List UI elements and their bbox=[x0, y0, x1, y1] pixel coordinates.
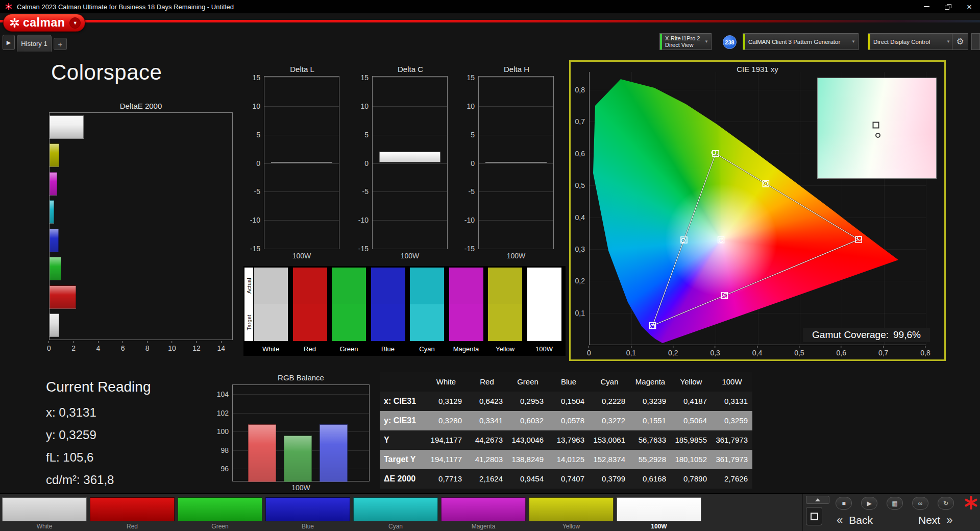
cie-xtick: 0,5 bbox=[794, 346, 804, 357]
deltae-xtick: 6 bbox=[121, 341, 125, 352]
actual-swatch bbox=[410, 268, 444, 304]
current-reading-values: x: 0,3131y: 0,3259fL: 105,6cd/m²: 361,8 bbox=[46, 401, 151, 491]
display-control-name: Direct Display Control bbox=[868, 39, 930, 45]
minimize-icon bbox=[924, 6, 929, 7]
rgb-balance-title: RGB Balance bbox=[232, 373, 370, 382]
pattern-window-button[interactable] bbox=[806, 507, 822, 525]
meter-mode: Direct View bbox=[665, 42, 700, 49]
target-swatch bbox=[371, 304, 405, 341]
table-header-blue: Blue bbox=[548, 372, 589, 392]
deltae-bar-magenta bbox=[50, 172, 57, 196]
cie-ytick: 0,4 bbox=[575, 213, 585, 222]
rgb-bar-red bbox=[248, 424, 276, 482]
calman-logo-icon bbox=[10, 18, 19, 28]
table-cell: 185,9855 bbox=[671, 430, 712, 450]
calman-star-button[interactable] bbox=[963, 495, 979, 510]
table-cell: 56,7633 bbox=[630, 430, 671, 450]
add-tab-button[interactable]: + bbox=[54, 38, 67, 50]
swatch-column-magenta: Magenta bbox=[449, 268, 483, 354]
pattern-button-red[interactable]: Red bbox=[90, 497, 175, 529]
target-swatch bbox=[527, 304, 561, 341]
pattern-swatch bbox=[441, 497, 526, 521]
stop-icon: ■ bbox=[842, 500, 845, 507]
delta-l-chart: Delta L 151050-5-10-15 100W bbox=[264, 65, 340, 74]
up-arrow-icon bbox=[815, 498, 820, 501]
delta-value-bar bbox=[379, 152, 440, 163]
actual-swatch bbox=[488, 268, 522, 304]
cie-ytick: 0,6 bbox=[575, 150, 585, 158]
deltae-xtick: 2 bbox=[71, 341, 76, 352]
cie-xtick: 0,7 bbox=[878, 346, 888, 357]
restore-button[interactable] bbox=[937, 0, 959, 13]
cie-ytick: 0,7 bbox=[575, 117, 585, 126]
table-header-yellow: Yellow bbox=[671, 372, 712, 392]
save-button[interactable]: ▦ bbox=[887, 497, 903, 510]
toolbar-edge-button[interactable] bbox=[971, 33, 980, 50]
settings-gear-button[interactable]: ⚙ bbox=[952, 33, 968, 50]
refresh-button[interactable]: ↻ bbox=[938, 497, 954, 510]
pattern-label: 100W bbox=[617, 523, 701, 530]
pattern-button-yellow[interactable]: Yellow bbox=[529, 497, 614, 529]
link-button[interactable]: ∞ bbox=[912, 497, 928, 510]
expand-up-button[interactable] bbox=[806, 496, 829, 504]
delta-c-title: Delta C bbox=[372, 65, 449, 74]
target-swatch bbox=[410, 304, 444, 341]
tab-history-1[interactable]: History 1 bbox=[17, 35, 52, 52]
deltae-row-red bbox=[50, 283, 232, 311]
close-button[interactable]: × bbox=[959, 0, 980, 13]
history-play-button[interactable]: ▶ bbox=[3, 35, 15, 50]
table-header-green: Green bbox=[507, 372, 548, 392]
deltae-row-blue bbox=[50, 226, 232, 255]
pattern-button-magenta[interactable]: Magenta bbox=[441, 497, 526, 529]
actual-target-swatch-strip: ActualTargetWhiteRedGreenBlueCyanMagenta… bbox=[243, 266, 566, 356]
table-cell: 361,7973 bbox=[712, 450, 752, 469]
cie-xtick: 0,6 bbox=[837, 346, 846, 357]
play-icon: ▶ bbox=[867, 500, 871, 507]
meter-dropdown[interactable]: X-Rite i1Pro 2 Direct View ▼ bbox=[659, 33, 712, 50]
table-cell: 152,8374 bbox=[589, 450, 630, 469]
calman-star-icon bbox=[964, 496, 978, 510]
pattern-generator-dropdown[interactable]: CalMAN Client 3 Pattern Generator ▼ bbox=[743, 33, 859, 50]
target-swatch bbox=[488, 304, 522, 341]
table-cell: 0,1551 bbox=[630, 411, 671, 430]
pattern-button-white[interactable]: White bbox=[2, 497, 87, 529]
table-header-white: White bbox=[426, 372, 467, 392]
pattern-label: Magenta bbox=[441, 523, 526, 530]
window-icon bbox=[811, 513, 818, 520]
table-cell: 0,6168 bbox=[630, 469, 671, 489]
pattern-accent bbox=[743, 34, 745, 50]
cie-ytick: 0,5 bbox=[575, 181, 585, 189]
table-cell: 0,3131 bbox=[712, 392, 752, 411]
deltae-xtick: 4 bbox=[96, 341, 100, 352]
page-title: Colorspace bbox=[51, 60, 162, 85]
stop-button[interactable]: ■ bbox=[836, 497, 852, 510]
play-button[interactable]: ▶ bbox=[861, 497, 877, 510]
deltae-bar-blue bbox=[50, 229, 59, 252]
tab-label: History 1 bbox=[21, 40, 47, 47]
minimize-button[interactable] bbox=[916, 0, 937, 13]
table-cell: 14,0125 bbox=[548, 450, 589, 469]
cie-ytick: 0,3 bbox=[575, 245, 585, 253]
inset-square-marker bbox=[872, 122, 879, 129]
meter-badge[interactable]: 238 bbox=[723, 35, 737, 49]
swatch-label: Red bbox=[293, 345, 327, 353]
delta-h-chart: Delta H 151050-5-10-15 100W bbox=[478, 65, 555, 74]
pattern-button-green[interactable]: Green bbox=[178, 497, 262, 529]
pattern-button-100w[interactable]: 100W bbox=[617, 497, 701, 529]
delta-value-bar bbox=[485, 162, 547, 163]
swatch-label: Blue bbox=[371, 345, 405, 353]
cie-measured-white bbox=[719, 238, 723, 242]
display-control-dropdown[interactable]: Direct Display Control ▼ bbox=[868, 33, 953, 50]
next-button[interactable]: Next » bbox=[918, 513, 952, 528]
calman-menu-button[interactable]: calman ▼ bbox=[3, 14, 85, 32]
gamut-coverage-label: Gamut Coverage: bbox=[812, 329, 889, 341]
pattern-button-cyan[interactable]: Cyan bbox=[353, 497, 438, 529]
cie-y-axis: 0,80,70,60,50,40,30,20,1 bbox=[571, 72, 587, 348]
deltae-bar-cyan bbox=[50, 200, 54, 224]
cie-xtick: 0,2 bbox=[668, 346, 678, 357]
back-button[interactable]: « Back bbox=[837, 513, 873, 528]
actual-swatch bbox=[254, 268, 288, 304]
deltae-x-axis: 02468101214 bbox=[49, 341, 234, 353]
table-cell: 361,7973 bbox=[712, 430, 752, 450]
pattern-button-blue[interactable]: Blue bbox=[265, 497, 350, 529]
